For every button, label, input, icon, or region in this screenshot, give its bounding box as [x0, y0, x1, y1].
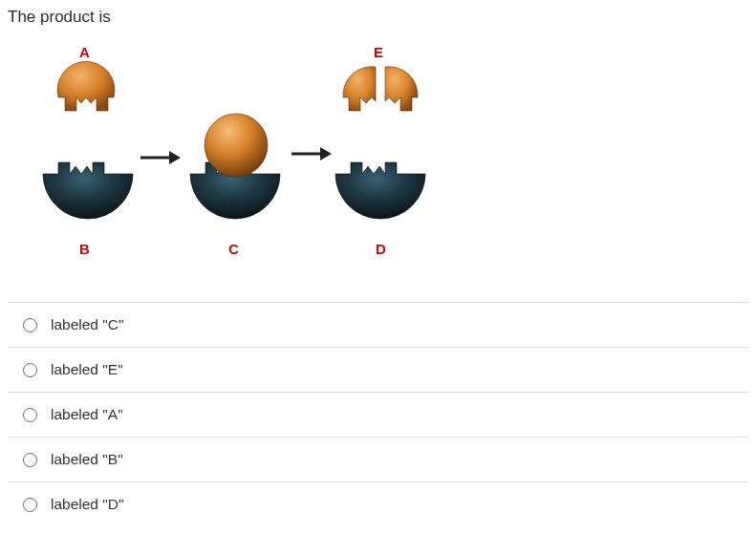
- enzyme-reaction-diagram: A B C: [32, 44, 471, 264]
- radio-icon: [23, 318, 37, 332]
- option-e[interactable]: labeled "E": [8, 348, 748, 393]
- arrow-icon: [290, 143, 334, 164]
- enzyme-shape-d: [330, 157, 433, 237]
- option-b[interactable]: labeled "B": [8, 438, 748, 482]
- diagram-label-b: B: [79, 241, 90, 257]
- radio-icon: [23, 363, 37, 377]
- diagram-label-d: D: [376, 241, 386, 257]
- diagram-label-c: C: [228, 241, 239, 257]
- svg-marker-1: [169, 151, 181, 164]
- radio-icon: [23, 408, 37, 422]
- substrate-shape: [49, 59, 123, 120]
- option-label: labeled "A": [51, 406, 123, 423]
- enzyme-shape-b: [37, 157, 140, 237]
- question-text: The product is: [8, 8, 748, 27]
- product-half-left: [337, 59, 379, 120]
- option-d[interactable]: labeled "D": [8, 482, 748, 517]
- radio-icon: [23, 453, 37, 467]
- complex-substrate-shape: [200, 111, 272, 180]
- svg-point-2: [205, 114, 268, 177]
- arrow-icon: [139, 147, 183, 168]
- answer-options: labeled "C" labeled "E" labeled "A" labe…: [8, 302, 748, 517]
- option-a[interactable]: labeled "A": [8, 393, 748, 438]
- option-label: labeled "E": [51, 361, 123, 378]
- option-label: labeled "C": [51, 316, 124, 333]
- option-label: labeled "D": [51, 496, 124, 513]
- option-label: labeled "B": [51, 451, 123, 468]
- product-half-right: [381, 59, 423, 120]
- radio-icon: [23, 498, 37, 512]
- option-c[interactable]: labeled "C": [8, 303, 748, 348]
- diagram-label-e: E: [374, 44, 383, 60]
- diagram-label-a: A: [79, 44, 90, 60]
